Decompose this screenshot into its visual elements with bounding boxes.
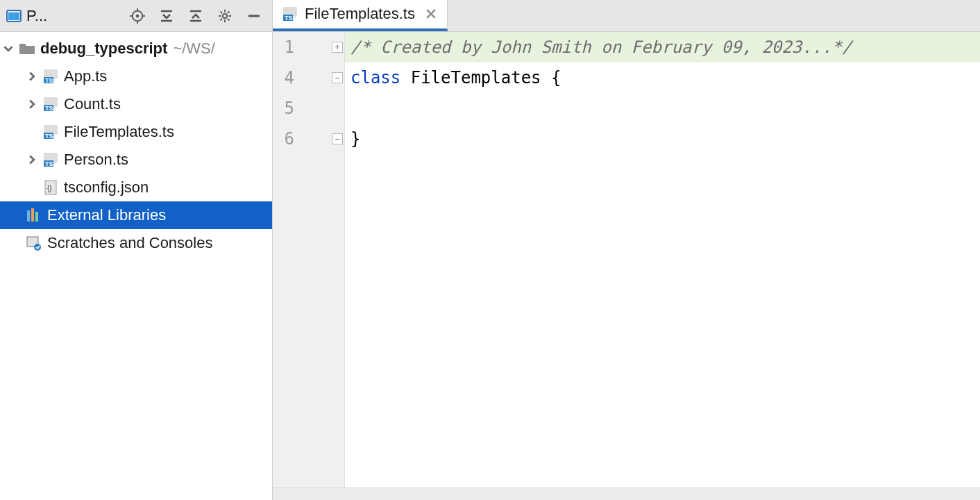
- project-name: debug_typescript: [40, 40, 167, 58]
- code-text: FileTemplates {: [400, 62, 561, 93]
- code-editor[interactable]: 1 + 4 − 5 6 − /* Created by John Smith o…: [273, 32, 980, 488]
- project-tool-title[interactable]: P...: [26, 7, 47, 25]
- scratches-icon: [25, 234, 43, 252]
- code-line[interactable]: /* Created by John Smith on February 09,…: [345, 32, 980, 62]
- chevron-placeholder: [24, 179, 40, 196]
- chevron-placeholder: [24, 124, 40, 140]
- tree-file-label: Count.ts: [64, 95, 121, 113]
- ts-file-icon: TS: [42, 95, 60, 113]
- svg-line-19: [220, 18, 222, 20]
- tree-file-count[interactable]: TS Count.ts: [0, 90, 272, 118]
- collapse-all-icon[interactable]: [183, 3, 208, 28]
- chevron-right-icon[interactable]: [24, 151, 40, 168]
- svg-text:TS: TS: [285, 15, 293, 22]
- tree-file-tsconfig[interactable]: {} tsconfig.json: [0, 174, 272, 201]
- code-content[interactable]: /* Created by John Smith on February 09,…: [345, 32, 980, 488]
- svg-rect-37: [31, 208, 34, 222]
- svg-rect-36: [27, 210, 30, 222]
- close-icon[interactable]: [425, 8, 437, 20]
- tree-file-person[interactable]: TS Person.ts: [0, 146, 272, 174]
- comment-text: /* Created by John Smith on February 09,…: [350, 32, 852, 62]
- code-line[interactable]: [345, 93, 980, 124]
- editor-tab-bar: TS FileTemplates.ts: [273, 0, 980, 32]
- svg-line-20: [228, 11, 230, 13]
- svg-text:TS: TS: [45, 77, 53, 84]
- tree-file-app[interactable]: TS App.ts: [0, 62, 272, 90]
- ts-file-icon: TS: [42, 67, 60, 85]
- tree-scratches[interactable]: Scratches and Consoles: [0, 229, 272, 257]
- line-number: 5: [273, 93, 344, 124]
- code-text: }: [350, 124, 360, 154]
- svg-text:TS: TS: [45, 160, 53, 167]
- tree-file-label: FileTemplates.ts: [64, 123, 174, 141]
- project-sidebar: P...: [0, 0, 273, 500]
- fold-collapse-icon[interactable]: −: [332, 72, 343, 83]
- svg-point-3: [136, 14, 140, 17]
- chevron-down-icon[interactable]: [0, 40, 17, 57]
- tree-file-label: tsconfig.json: [64, 178, 149, 197]
- editor-gutter: 1 + 4 − 5 6 −: [273, 32, 345, 488]
- svg-rect-1: [8, 12, 19, 20]
- project-tree: debug_typescript ~/WS/ TS App.ts TS: [0, 32, 272, 500]
- ts-file-icon: TS: [42, 123, 60, 141]
- svg-text:{}: {}: [47, 185, 52, 192]
- project-path: ~/WS/: [173, 40, 215, 58]
- tree-file-filetemplates[interactable]: TS FileTemplates.ts: [0, 118, 272, 146]
- status-bar: [273, 488, 980, 500]
- svg-rect-38: [35, 212, 38, 222]
- svg-line-17: [220, 11, 222, 13]
- folder-icon: [18, 40, 36, 58]
- svg-point-12: [223, 13, 227, 17]
- ts-file-icon: TS: [42, 151, 60, 169]
- locate-icon[interactable]: [125, 3, 150, 28]
- tree-file-label: App.ts: [64, 67, 107, 85]
- tree-external-libraries[interactable]: External Libraries: [0, 201, 272, 229]
- tree-file-label: Person.ts: [64, 151, 128, 169]
- json-file-icon: {}: [42, 178, 60, 197]
- tab-label: FileTemplates.ts: [305, 5, 415, 23]
- line-number: 6 −: [273, 124, 344, 154]
- external-libraries-label: External Libraries: [47, 206, 166, 224]
- editor-area: TS FileTemplates.ts 1 + 4 − 5 6 −: [273, 0, 980, 500]
- fold-end-icon[interactable]: −: [332, 133, 343, 144]
- svg-line-18: [228, 18, 230, 20]
- project-toolbar: P...: [0, 0, 272, 32]
- tree-project-root[interactable]: debug_typescript ~/WS/: [0, 35, 272, 62]
- scratches-label: Scratches and Consoles: [47, 234, 212, 252]
- project-tool-icon: [6, 9, 22, 23]
- code-line[interactable]: class FileTemplates {: [345, 62, 980, 93]
- chevron-right-icon[interactable]: [24, 96, 40, 112]
- svg-point-40: [34, 244, 41, 251]
- ts-file-icon: TS: [281, 5, 299, 23]
- line-number: 1 +: [273, 32, 344, 62]
- hide-icon[interactable]: [242, 3, 267, 28]
- chevron-right-icon[interactable]: [24, 68, 40, 85]
- keyword: class: [350, 62, 400, 93]
- settings-icon[interactable]: [212, 3, 237, 28]
- svg-text:TS: TS: [45, 105, 53, 112]
- line-number: 4 −: [273, 62, 344, 93]
- svg-text:TS: TS: [45, 133, 53, 140]
- libraries-icon: [25, 206, 43, 224]
- code-line[interactable]: }: [345, 124, 980, 154]
- expand-all-icon[interactable]: [154, 3, 179, 28]
- fold-expand-icon[interactable]: +: [332, 42, 343, 53]
- editor-tab-filetemplates[interactable]: TS FileTemplates.ts: [273, 0, 448, 31]
